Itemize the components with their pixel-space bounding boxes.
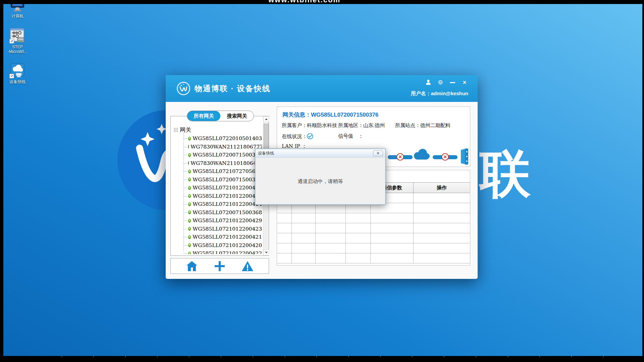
- gateway-online-led-icon: [188, 170, 191, 173]
- plus-icon: [214, 260, 225, 272]
- home-button[interactable]: [185, 260, 199, 272]
- device-table-row: [277, 233, 470, 243]
- gateway-tree-item[interactable]: WG585LL0722010501403: [183, 134, 262, 143]
- gateway-tree-item[interactable]: WG585LL0721012200433: [183, 184, 262, 192]
- device-table-row: [277, 253, 470, 263]
- dialog-titlebar[interactable]: 设备快线 ✕: [256, 149, 385, 158]
- taskbar-ticks: [30, 356, 614, 357]
- desktop: 联 计算机: [0, 0, 644, 362]
- gateway-online-led-icon: [188, 219, 191, 223]
- alarm-button[interactable]: [241, 260, 254, 272]
- gateway-online-led-icon: [188, 186, 191, 190]
- link-error-icon: ✕: [441, 153, 449, 161]
- device-table-cell: [292, 243, 316, 253]
- scroll-up-icon[interactable]: [263, 116, 269, 122]
- device-table-cell: [292, 253, 316, 263]
- gateway-id-label: WG585LL0720071500376: [193, 177, 262, 183]
- close-button[interactable]: ×: [461, 79, 468, 86]
- gateway-tree-item[interactable]: WG7830WAN21121806777: [183, 143, 262, 151]
- gateway-id-label: WG585LL0721012200433: [193, 185, 262, 191]
- gateway-id-label: WG585LL0720071500337: [193, 152, 262, 158]
- device-table-cell: [414, 203, 470, 213]
- gateway-tree-item[interactable]: WG585LL0720071500337: [183, 151, 262, 159]
- gateway-tree-item[interactable]: WG585LL0721012200423: [183, 225, 262, 233]
- gateway-id-label: WG585LL0721012200432: [193, 193, 262, 199]
- gateway-online-led-icon: [188, 178, 191, 181]
- user-account-icon[interactable]: [425, 79, 432, 86]
- gateway-tree-item[interactable]: WG585LL0720071500368: [183, 208, 262, 217]
- gateway-id-label: WG7830WAN21121806777: [191, 144, 262, 150]
- window-title: 物通博联 · 设备快线: [195, 83, 270, 94]
- gateway-online-led-icon: [188, 227, 191, 231]
- gateway-tree-item[interactable]: WG585LL0721012200432: [183, 192, 262, 200]
- device-table-cell: [292, 223, 316, 233]
- device-table-cell: [346, 213, 371, 223]
- device-table-cell: [371, 213, 414, 223]
- minimize-button[interactable]: [449, 79, 456, 86]
- gateway-online-led-icon: [188, 202, 191, 206]
- add-gateway-button[interactable]: [213, 260, 226, 272]
- background-brand-glyph: 联: [480, 148, 531, 199]
- gateway-tree-item[interactable]: WG585LL0721012200420: [183, 241, 262, 250]
- cloud-app-icon: ➚: [9, 63, 25, 78]
- device-table-cell: [414, 233, 470, 243]
- gateway-id-label: WG585LL0721012200422: [193, 250, 262, 254]
- gateway-tree-item[interactable]: WG585LL0721012200421: [183, 233, 262, 241]
- device-table-cell: [346, 233, 371, 243]
- gateway-tree-item[interactable]: WG7830WAN21101806458: [183, 159, 262, 168]
- dialog-close-button[interactable]: ✕: [373, 150, 383, 156]
- gateway-tree-item[interactable]: WG585LL0721012200422: [183, 249, 262, 254]
- tab-search-gateways[interactable]: 搜索网关: [220, 111, 254, 121]
- device-table-cell: [316, 243, 346, 253]
- gateway-tabs: 所有网关 搜索网关: [187, 111, 254, 121]
- logged-in-user: 用户名：admin@keshun: [411, 90, 468, 97]
- gateway-online-led-icon: [188, 153, 191, 157]
- device-table-row: [277, 223, 470, 233]
- device-table-cell: [277, 233, 292, 243]
- device-table-cell: [277, 243, 292, 253]
- device-table-header-cell: 操作: [414, 183, 470, 193]
- shortcut-arrow-icon: ➚: [9, 39, 14, 44]
- top-watermark-text: www.wtblnet.com: [268, 0, 426, 4]
- device-table-cell: [346, 243, 371, 253]
- desktop-icon-label: 设备快线: [3, 79, 32, 84]
- device-table-cell: [414, 193, 470, 203]
- gateway-tree-item[interactable]: WG585LL0721072705666: [183, 167, 262, 176]
- gateway-id-label: WG585LL0721012200423: [193, 226, 262, 232]
- scroll-down-icon[interactable]: [263, 250, 269, 255]
- username-value: admin@keshun: [431, 90, 468, 96]
- shortcut-arrow-icon: ➚: [9, 74, 14, 78]
- desktop-icon-step7[interactable]: ➚ STEP -MicroWI...: [3, 28, 32, 54]
- device-table-cell: [277, 253, 292, 263]
- device-table-cell: [371, 223, 414, 233]
- home-icon: [186, 260, 198, 272]
- device-table-cell: [414, 213, 470, 223]
- gateway-tree-items: WG585LL0722010501403WG7830WAN21121806777…: [183, 134, 262, 254]
- gateway-tree-item[interactable]: WG585LL0721012200424: [183, 200, 262, 208]
- tab-all-gateways[interactable]: 所有网关: [187, 111, 220, 121]
- gateway-online-led-icon: [188, 210, 191, 214]
- gateway-tree-item[interactable]: WG585LL0720071500376: [183, 176, 262, 184]
- device-table-cell: [316, 253, 346, 263]
- device-table-cell: [292, 213, 316, 223]
- device-table-cell: [316, 223, 346, 233]
- dialog-message: 通道启动中，请稍等: [255, 178, 385, 185]
- settings-gear-icon[interactable]: ⚙: [437, 79, 444, 86]
- screen-right-bezel: [642, 0, 644, 362]
- gateway-online-led-icon: [188, 194, 191, 198]
- gateway-id-label: WG585LL0721012200424: [193, 201, 262, 207]
- progress-dialog: 设备快线 ✕ 通道启动中，请稍等: [255, 148, 386, 205]
- device-table-row: [277, 243, 470, 253]
- tree-root-label: 网关: [180, 126, 191, 134]
- tree-expander-icon[interactable]: [174, 128, 178, 132]
- gateway-id-label: WG585LL0721072705666: [193, 168, 262, 174]
- gateway-tree-item[interactable]: WG585LL0721012200429: [183, 217, 262, 225]
- device-table-cell: [346, 223, 371, 233]
- device-table-cell: [277, 213, 292, 223]
- step7-icon: ➚: [9, 28, 25, 44]
- desktop-icon-label: STEP: [3, 45, 32, 49]
- desktop-icon-label: -MicroWI...: [3, 49, 32, 54]
- device-table-cell: [414, 253, 470, 263]
- server-icon: [458, 148, 470, 167]
- desktop-icon-shebei-kuaixian[interactable]: ➚ 设备快线: [3, 63, 32, 84]
